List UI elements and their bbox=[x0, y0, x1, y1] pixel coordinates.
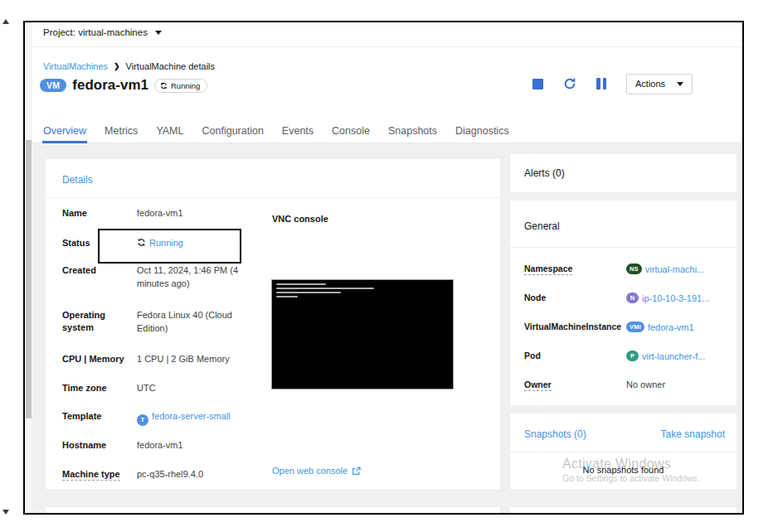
namespace-link[interactable]: NSvirtual-machi... bbox=[626, 264, 704, 274]
status-badge: Running bbox=[154, 79, 207, 93]
pod-badge: P bbox=[626, 351, 639, 361]
left-scrollbar[interactable] bbox=[25, 22, 32, 513]
external-link-icon bbox=[352, 467, 361, 476]
actions-button[interactable]: Actions bbox=[626, 74, 693, 94]
pause-icon bbox=[596, 78, 606, 89]
detail-label: Status bbox=[62, 237, 137, 264]
detail-value: UTC bbox=[137, 382, 263, 410]
tab-metrics[interactable]: Metrics bbox=[95, 122, 147, 143]
sync-icon bbox=[160, 82, 168, 89]
screenshot-canvas: Project: virtual-machines VirtualMachine… bbox=[0, 0, 773, 532]
tab-console[interactable]: Console bbox=[323, 122, 379, 143]
sync-icon bbox=[137, 238, 146, 247]
vmi-value: fedora-vm1 bbox=[648, 322, 694, 332]
detail-label: Template bbox=[62, 410, 137, 439]
general-row-owner: Owner No owner bbox=[524, 380, 728, 409]
detail-label: Operating system bbox=[62, 309, 137, 353]
chevron-down-icon bbox=[677, 82, 683, 86]
template-badge: T bbox=[137, 414, 148, 426]
alerts-card-title: Alerts (0) bbox=[524, 167, 565, 179]
general-card-title: General bbox=[524, 220, 560, 232]
snapshots-card-title[interactable]: Snapshots (0) bbox=[524, 428, 586, 440]
general-row-node: Node Nip-10-10-3-191... bbox=[524, 293, 728, 322]
details-card-title[interactable]: Details bbox=[62, 174, 93, 186]
tab-yaml[interactable]: YAML bbox=[147, 122, 192, 143]
pod-value: virt-launcher-f... bbox=[642, 351, 705, 361]
page-scroll-up-icon[interactable] bbox=[2, 19, 9, 24]
vm-kind-badge: VM bbox=[40, 79, 66, 92]
breadcrumb: VirtualMachines ❯ VirtualMachine details bbox=[43, 61, 215, 71]
details-list: Name fedora-vm1 Status bbox=[62, 207, 271, 485]
scrollbar-thumb[interactable] bbox=[26, 140, 32, 418]
detail-row-template: Template Tfedora-server-small bbox=[62, 410, 271, 439]
divider bbox=[46, 197, 500, 198]
app-window: Project: virtual-machines VirtualMachine… bbox=[23, 21, 744, 515]
detail-row-timezone: Time zone UTC bbox=[62, 382, 271, 410]
general-label: Pod bbox=[524, 351, 626, 360]
project-selector[interactable]: Project: virtual-machines bbox=[43, 27, 162, 37]
tab-events[interactable]: Events bbox=[273, 122, 323, 143]
stop-icon bbox=[532, 79, 543, 89]
actions-button-label: Actions bbox=[635, 79, 665, 89]
detail-label: Name bbox=[62, 207, 137, 237]
breadcrumb-separator-icon: ❯ bbox=[114, 62, 120, 70]
restart-vm-button[interactable] bbox=[563, 77, 576, 90]
template-link[interactable]: fedora-server-small bbox=[152, 411, 231, 421]
next-card-partial bbox=[46, 507, 500, 515]
namespace-badge: NS bbox=[626, 264, 642, 274]
console-text-line bbox=[276, 292, 341, 293]
chevron-down-icon bbox=[155, 31, 162, 35]
tab-diagnostics[interactable]: Diagnostics bbox=[446, 122, 518, 143]
detail-row-name: Name fedora-vm1 bbox=[62, 207, 271, 237]
vnc-console-title: VNC console bbox=[272, 214, 328, 224]
tab-snapshots[interactable]: Snapshots bbox=[379, 122, 446, 143]
general-row-namespace: Namespace NSvirtual-machi... bbox=[524, 264, 728, 293]
detail-label: Hostname bbox=[62, 439, 137, 468]
console-text-line bbox=[276, 283, 326, 285]
alerts-card[interactable]: Alerts (0) bbox=[510, 154, 737, 192]
open-web-console-link[interactable]: Open web console bbox=[272, 466, 361, 476]
breadcrumb-virtualmachines-link[interactable]: VirtualMachines bbox=[43, 61, 108, 71]
namespace-value: virtual-machi... bbox=[645, 264, 705, 274]
detail-row-cpu-memory: CPU | Memory 1 CPU | 2 GiB Memory bbox=[62, 353, 271, 382]
pod-link[interactable]: Pvirt-launcher-f... bbox=[626, 351, 705, 361]
next-card-partial bbox=[510, 507, 737, 515]
console-text-line bbox=[276, 296, 298, 297]
general-label-help: Namespace bbox=[524, 264, 572, 275]
detail-row-created: Created Oct 11, 2024, 1:46 PM (4 minutes… bbox=[62, 264, 271, 309]
project-bar: Project: virtual-machines bbox=[32, 22, 742, 47]
open-web-console-label: Open web console bbox=[272, 466, 348, 476]
tab-overview[interactable]: Overview bbox=[34, 122, 95, 143]
owner-value: No owner bbox=[626, 380, 665, 389]
vnc-console-thumbnail[interactable] bbox=[271, 279, 454, 389]
divider bbox=[510, 452, 737, 452]
detail-value: pc-q35-rhel9.4.0 bbox=[137, 468, 263, 485]
detail-label: Created bbox=[62, 264, 137, 309]
detail-value: fedora-vm1 bbox=[137, 439, 263, 468]
tab-configuration[interactable]: Configuration bbox=[193, 122, 273, 143]
restart-icon bbox=[563, 77, 576, 90]
detail-value: Fedora Linux 40 (Cloud Edition) bbox=[137, 309, 263, 353]
page-title-row: VM fedora-vm1 Running bbox=[40, 75, 207, 95]
page-scroll-down-icon[interactable] bbox=[2, 510, 9, 515]
details-card: Details Name fedora-vm1 Status bbox=[46, 159, 500, 489]
console-text-line bbox=[276, 288, 374, 289]
pause-vm-button[interactable] bbox=[596, 78, 606, 89]
detail-value: Oct 11, 2024, 1:46 PM (4 minutes ago) bbox=[137, 264, 263, 309]
stop-vm-button[interactable] bbox=[532, 79, 543, 89]
node-link[interactable]: Nip-10-10-3-191... bbox=[626, 293, 709, 303]
general-label-help: Owner bbox=[524, 380, 552, 391]
vm-action-controls: Actions bbox=[532, 73, 693, 94]
general-row-vmi: VirtualMachineInstance VMIfedora-vm1 bbox=[524, 322, 728, 351]
status-running-link[interactable]: Running bbox=[149, 238, 183, 248]
detail-tabs: Overview Metrics YAML Configuration Even… bbox=[32, 122, 742, 143]
take-snapshot-button[interactable]: Take snapshot bbox=[661, 428, 725, 440]
general-list: Namespace NSvirtual-machi... Node Nip-10… bbox=[524, 264, 728, 409]
node-badge: N bbox=[626, 293, 639, 303]
detail-row-hostname: Hostname fedora-vm1 bbox=[62, 439, 271, 468]
general-card: General Namespace NSvirtual-machi... Nod… bbox=[510, 201, 737, 405]
status-badge-label: Running bbox=[171, 81, 200, 90]
general-label: VirtualMachineInstance bbox=[524, 322, 626, 331]
general-label: Node bbox=[524, 293, 626, 302]
vmi-link[interactable]: VMIfedora-vm1 bbox=[626, 322, 694, 332]
